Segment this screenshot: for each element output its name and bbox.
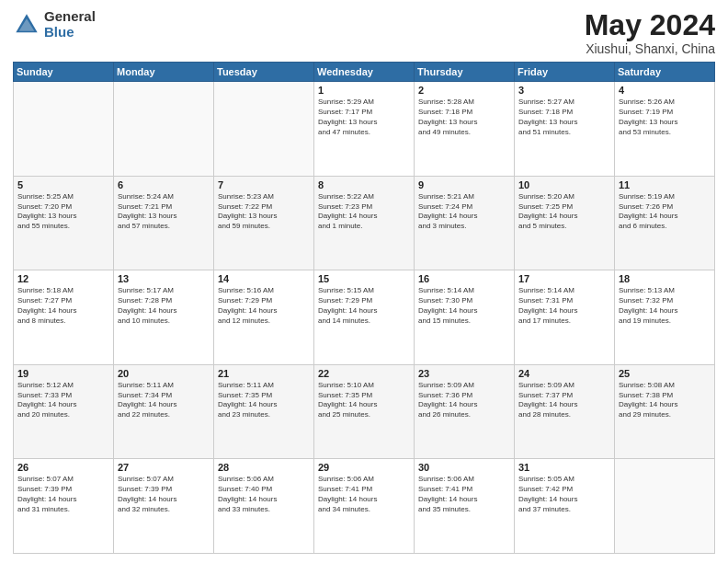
day-number: 23 [418,368,510,379]
day-number: 3 [518,85,610,96]
weekday-header-saturday: Saturday [615,63,715,82]
weekday-header-wednesday: Wednesday [314,63,415,82]
day-info: Sunrise: 5:15 AM Sunset: 7:29 PM Dayligh… [318,286,410,326]
weekday-header-thursday: Thursday [415,63,515,82]
day-number: 13 [118,273,210,284]
weekday-header-monday: Monday [114,63,214,82]
day-number: 21 [218,368,310,379]
day-info: Sunrise: 5:11 AM Sunset: 7:35 PM Dayligh… [218,381,310,420]
day-info: Sunrise: 5:06 AM Sunset: 7:41 PM Dayligh… [418,475,510,514]
calendar-cell: 12Sunrise: 5:18 AM Sunset: 7:27 PM Dayli… [14,270,114,365]
day-info: Sunrise: 5:17 AM Sunset: 7:28 PM Dayligh… [118,286,210,326]
calendar-cell: 31Sunrise: 5:05 AM Sunset: 7:42 PM Dayli… [515,459,615,554]
day-info: Sunrise: 5:14 AM Sunset: 7:31 PM Dayligh… [518,286,610,326]
page: General Blue May 2024 Xiushui, Shanxi, C… [0,0,728,563]
calendar-cell: 5Sunrise: 5:25 AM Sunset: 7:20 PM Daylig… [14,176,114,270]
calendar-cell: 16Sunrise: 5:14 AM Sunset: 7:30 PM Dayli… [415,270,515,365]
day-number: 1 [318,85,410,96]
calendar-cell: 10Sunrise: 5:20 AM Sunset: 7:25 PM Dayli… [515,176,615,270]
day-number: 20 [118,368,210,379]
day-number: 12 [17,273,109,284]
day-number: 18 [619,273,711,284]
day-info: Sunrise: 5:12 AM Sunset: 7:33 PM Dayligh… [17,381,109,420]
day-number: 31 [518,462,610,473]
calendar-cell: 22Sunrise: 5:10 AM Sunset: 7:35 PM Dayli… [314,364,415,459]
calendar-cell: 2Sunrise: 5:28 AM Sunset: 7:18 PM Daylig… [415,82,515,177]
logo-icon [13,11,40,39]
calendar-cell: 26Sunrise: 5:07 AM Sunset: 7:39 PM Dayli… [14,459,114,554]
calendar-cell: 15Sunrise: 5:15 AM Sunset: 7:29 PM Dayli… [314,270,415,365]
calendar-week-1: 1Sunrise: 5:29 AM Sunset: 7:17 PM Daylig… [14,82,715,177]
day-number: 16 [418,273,510,284]
day-info: Sunrise: 5:24 AM Sunset: 7:21 PM Dayligh… [118,192,210,232]
day-info: Sunrise: 5:16 AM Sunset: 7:29 PM Dayligh… [218,286,310,326]
day-info: Sunrise: 5:20 AM Sunset: 7:25 PM Dayligh… [518,192,610,232]
day-number: 17 [518,273,610,284]
calendar-cell: 21Sunrise: 5:11 AM Sunset: 7:35 PM Dayli… [214,364,314,459]
calendar-cell: 23Sunrise: 5:09 AM Sunset: 7:36 PM Dayli… [415,364,515,459]
calendar-cell: 6Sunrise: 5:24 AM Sunset: 7:21 PM Daylig… [114,176,214,270]
day-number: 6 [118,179,210,190]
day-info: Sunrise: 5:05 AM Sunset: 7:42 PM Dayligh… [518,475,610,514]
calendar-week-5: 26Sunrise: 5:07 AM Sunset: 7:39 PM Dayli… [14,459,715,554]
header: General Blue May 2024 Xiushui, Shanxi, C… [13,9,715,56]
day-info: Sunrise: 5:23 AM Sunset: 7:22 PM Dayligh… [218,192,310,232]
day-number: 30 [418,462,510,473]
day-number: 2 [418,85,510,96]
calendar-cell: 3Sunrise: 5:27 AM Sunset: 7:18 PM Daylig… [515,82,615,177]
calendar-cell: 7Sunrise: 5:23 AM Sunset: 7:22 PM Daylig… [214,176,314,270]
day-info: Sunrise: 5:06 AM Sunset: 7:41 PM Dayligh… [318,475,410,514]
day-info: Sunrise: 5:11 AM Sunset: 7:34 PM Dayligh… [118,381,210,420]
day-info: Sunrise: 5:09 AM Sunset: 7:36 PM Dayligh… [418,381,510,420]
calendar-cell: 30Sunrise: 5:06 AM Sunset: 7:41 PM Dayli… [415,459,515,554]
calendar-cell: 29Sunrise: 5:06 AM Sunset: 7:41 PM Dayli… [314,459,415,554]
calendar-week-4: 19Sunrise: 5:12 AM Sunset: 7:33 PM Dayli… [14,364,715,459]
day-number: 10 [518,179,610,190]
day-number: 14 [218,273,310,284]
calendar-cell: 28Sunrise: 5:06 AM Sunset: 7:40 PM Dayli… [214,459,314,554]
day-number: 15 [318,273,410,284]
day-number: 22 [318,368,410,379]
day-number: 7 [218,179,310,190]
weekday-header-sunday: Sunday [14,63,114,82]
calendar-cell: 18Sunrise: 5:13 AM Sunset: 7:32 PM Dayli… [615,270,715,365]
day-number: 28 [218,462,310,473]
day-info: Sunrise: 5:22 AM Sunset: 7:23 PM Dayligh… [318,192,410,232]
title-month: May 2024 [585,9,715,41]
day-number: 8 [318,179,410,190]
day-info: Sunrise: 5:25 AM Sunset: 7:20 PM Dayligh… [17,192,109,232]
logo-general-text: General [44,9,96,25]
day-number: 19 [17,368,109,379]
calendar-cell: 11Sunrise: 5:19 AM Sunset: 7:26 PM Dayli… [615,176,715,270]
calendar-cell [14,82,114,177]
calendar-cell: 9Sunrise: 5:21 AM Sunset: 7:24 PM Daylig… [415,176,515,270]
day-info: Sunrise: 5:06 AM Sunset: 7:40 PM Dayligh… [218,475,310,514]
day-info: Sunrise: 5:27 AM Sunset: 7:18 PM Dayligh… [518,98,610,137]
calendar-cell: 25Sunrise: 5:08 AM Sunset: 7:38 PM Dayli… [615,364,715,459]
day-number: 24 [518,368,610,379]
day-info: Sunrise: 5:08 AM Sunset: 7:38 PM Dayligh… [619,381,711,420]
weekday-header-tuesday: Tuesday [214,63,314,82]
day-number: 9 [418,179,510,190]
calendar-cell [615,459,715,554]
weekday-header-friday: Friday [515,63,615,82]
logo-text: General Blue [44,9,96,40]
day-info: Sunrise: 5:14 AM Sunset: 7:30 PM Dayligh… [418,286,510,326]
day-number: 11 [619,179,711,190]
title-location: Xiushui, Shanxi, China [585,41,715,56]
day-number: 25 [619,368,711,379]
calendar-cell: 20Sunrise: 5:11 AM Sunset: 7:34 PM Dayli… [114,364,214,459]
calendar-cell: 19Sunrise: 5:12 AM Sunset: 7:33 PM Dayli… [14,364,114,459]
day-number: 4 [619,85,711,96]
day-info: Sunrise: 5:21 AM Sunset: 7:24 PM Dayligh… [418,192,510,232]
day-info: Sunrise: 5:09 AM Sunset: 7:37 PM Dayligh… [518,381,610,420]
day-info: Sunrise: 5:19 AM Sunset: 7:26 PM Dayligh… [619,192,711,232]
calendar-cell: 4Sunrise: 5:26 AM Sunset: 7:19 PM Daylig… [615,82,715,177]
calendar-cell [214,82,314,177]
calendar-header-row: SundayMondayTuesdayWednesdayThursdayFrid… [14,63,715,82]
day-number: 27 [118,462,210,473]
calendar-cell: 17Sunrise: 5:14 AM Sunset: 7:31 PM Dayli… [515,270,615,365]
day-info: Sunrise: 5:07 AM Sunset: 7:39 PM Dayligh… [118,475,210,514]
title-block: May 2024 Xiushui, Shanxi, China [585,9,715,56]
calendar-week-2: 5Sunrise: 5:25 AM Sunset: 7:20 PM Daylig… [14,176,715,270]
